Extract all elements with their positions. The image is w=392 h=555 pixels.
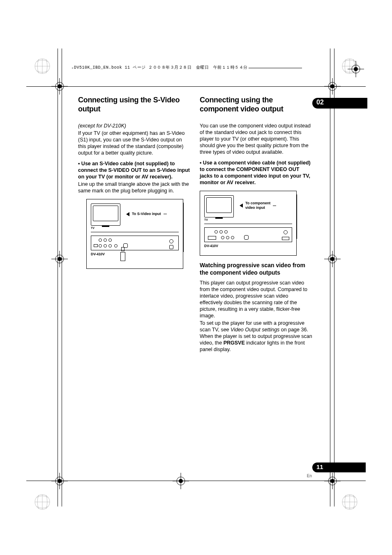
page-badge: 11: [312, 462, 366, 472]
lead-arrow-row: To S-Video input: [126, 212, 167, 216]
regmark-l: [51, 251, 68, 267]
tv-label-2: TV: [204, 218, 234, 221]
svideo-bullet: • Use an S-Video cable (not supplied) to…: [78, 160, 191, 180]
heading-component: Connecting using the component video out…: [200, 95, 312, 113]
lead-line: [164, 214, 167, 214]
regmark-bc: [173, 473, 189, 489]
regmark-r: [324, 251, 341, 267]
lead-vline-2: [297, 194, 297, 239]
lead-line-2: [273, 206, 276, 206]
tv-icon: TV: [91, 204, 120, 229]
print-globe-tl: [35, 58, 50, 74]
component-bullet: • Use a component video cable (not suppl…: [200, 160, 312, 186]
progressive-p1: This player can output progressive scan …: [200, 280, 312, 319]
print-globe-bl: [35, 494, 50, 510]
model-label: DV-410V: [91, 252, 179, 256]
regmark-bl: [51, 473, 68, 489]
arrow-left-icon: [126, 212, 129, 216]
divider: [91, 232, 179, 232]
component-diagram: TV To component video input: [200, 191, 297, 256]
tv-label: TV: [91, 227, 120, 229]
regmark-t: [348, 61, 364, 77]
lead-vline: [183, 203, 184, 252]
arrow-left-icon-2: [240, 204, 243, 208]
svideo-input-label: To S-Video input: [132, 212, 161, 216]
cropline-v-left2: [62, 49, 62, 506]
left-column: Connecting using the S-Video output (exc…: [78, 95, 191, 353]
svideo-p2: Line up the small triangle above the jac…: [78, 181, 191, 194]
p3-italic: Video Output settings: [231, 327, 279, 333]
right-column: Connecting using the component video out…: [200, 95, 312, 353]
content-area: Connecting using the S-Video output (exc…: [78, 95, 312, 353]
cropline-h-top: [26, 86, 366, 87]
component-bullet-text: Use a component video cable (not supplie…: [200, 160, 311, 185]
cropline-v-right1: [334, 49, 334, 506]
header-bookmark-text: DV510K_IBD_EN.book 11 ページ ２００８年３月２８日 金曜日…: [73, 65, 249, 70]
cropline-h-bot: [26, 481, 366, 481]
cropline-v-right2: [330, 49, 330, 506]
lead-arrow-row-2: To component video input: [240, 201, 276, 210]
chapter-number: 02: [316, 99, 324, 106]
chapter-badge: 02: [312, 98, 366, 109]
except-note: (except for DV-210K): [78, 123, 191, 129]
player-back-panel-2: [204, 227, 292, 242]
heading-progressive: Watching progressive scan video from the…: [200, 261, 312, 276]
svideo-p1: If your TV (or other equipment) has an S…: [78, 130, 191, 156]
print-globe-br: [342, 494, 357, 510]
heading-svideo: Connecting using the S-Video output: [78, 95, 191, 113]
language-label: En: [307, 474, 312, 478]
divider-2: [204, 224, 292, 224]
bullet-dot: •: [78, 161, 81, 166]
component-lead-label: To component video input: [245, 201, 270, 210]
component-p1: You can use the component video output i…: [200, 123, 312, 155]
player-back-panel: [91, 236, 179, 250]
cropline-v-left1: [58, 49, 58, 506]
svideo-bullet-text: Use an S-Video cable (not supplied) to c…: [78, 161, 190, 180]
p3-bold: PRGSVE: [224, 340, 245, 346]
svideo-diagram: TV To S-Video input: [86, 199, 183, 269]
progressive-p2: To set up the player for use with a prog…: [200, 320, 312, 353]
regmark-br: [324, 473, 341, 489]
model-label-2: DV-410V: [204, 244, 292, 248]
bullet-dot-2: •: [200, 160, 203, 166]
page-number: 11: [316, 463, 323, 470]
cable-icon: [120, 247, 125, 261]
tv-icon-2: TV: [204, 195, 234, 221]
